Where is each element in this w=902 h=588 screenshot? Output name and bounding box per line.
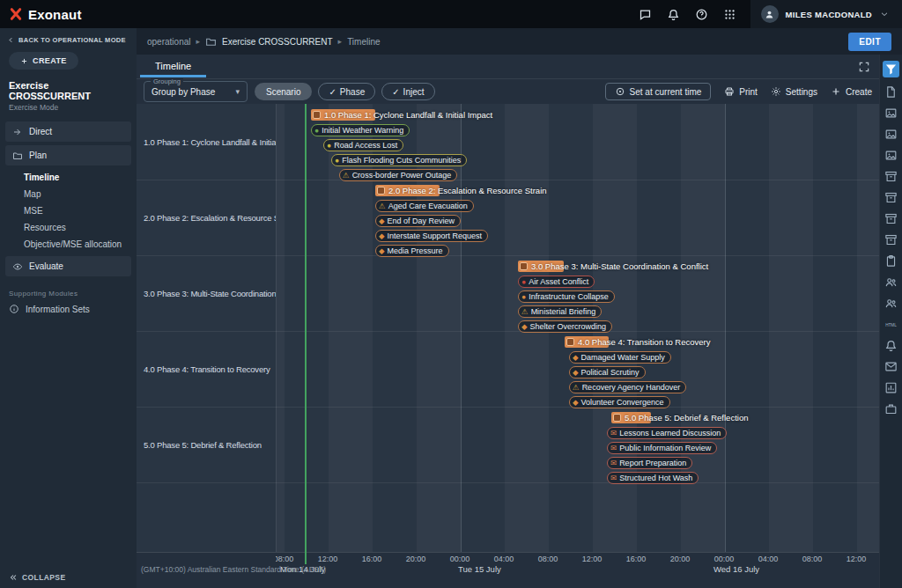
- image-icon[interactable]: [884, 149, 898, 162]
- mail-icon[interactable]: [884, 360, 898, 373]
- inject-label: Media Pressure: [388, 246, 443, 255]
- back-to-operational-mode-link[interactable]: BACK TO OPERATIONAL MODE: [0, 28, 137, 48]
- sidebar-item-evaluate[interactable]: Evaluate: [5, 256, 131, 276]
- apps-icon[interactable]: [723, 8, 736, 21]
- breadcrumb-root[interactable]: operational: [147, 37, 190, 47]
- breadcrumb-exercise[interactable]: Exercise CROSSCURRENT: [222, 37, 333, 47]
- inject-chip[interactable]: ●Air Asset Conflict: [518, 276, 595, 288]
- archive-icon[interactable]: [884, 170, 898, 183]
- grouping-select[interactable]: Grouping Group by Phase ▾: [144, 81, 248, 102]
- toolbar-actions: Set at current timePrintSettingsCreate: [605, 83, 872, 100]
- inject-label: Flash Flooding Cuts Communities: [342, 156, 461, 165]
- time-tick: 04:00: [758, 555, 779, 563]
- image-icon[interactable]: [884, 107, 898, 120]
- row-separator: [137, 180, 879, 180]
- inject-chip[interactable]: ◆Interstate Support Request: [375, 230, 488, 242]
- bell-icon[interactable]: [884, 339, 898, 352]
- phase-bar[interactable]: [611, 412, 651, 423]
- sidebar-item-label: Map: [24, 189, 41, 199]
- time-tick: 08:00: [802, 555, 823, 563]
- inject-label: Road Access Lost: [334, 141, 397, 150]
- settings-button[interactable]: Settings: [771, 86, 817, 97]
- chart-icon[interactable]: [884, 381, 898, 394]
- inject-chip[interactable]: ⚠Aged Care Evacuation: [375, 200, 474, 212]
- filter-icon[interactable]: [883, 61, 899, 77]
- action-label: Print: [739, 87, 758, 97]
- filter-chip-inject[interactable]: ✓Inject: [381, 83, 434, 100]
- collapse-button[interactable]: COLLAPSE: [9, 573, 65, 582]
- inject-chip[interactable]: ●Flash Flooding Cuts Communities: [331, 154, 467, 166]
- inject-chip[interactable]: ✉Structured Hot Wash: [607, 472, 699, 484]
- inject-chip[interactable]: ◆End of Day Review: [375, 215, 461, 227]
- phase-bar[interactable]: [518, 261, 564, 272]
- diamond-icon: ◆: [379, 247, 385, 255]
- check-icon: ✓: [392, 87, 399, 97]
- right-icon-rail: HTML: [879, 55, 902, 588]
- sidebar-item-plan[interactable]: Plan: [5, 145, 131, 165]
- archive-icon[interactable]: [884, 191, 898, 204]
- inject-chip[interactable]: ✉Report Preparation: [607, 457, 692, 469]
- archive-icon[interactable]: [884, 233, 898, 246]
- inject-label: Report Preparation: [619, 459, 686, 467]
- phase-bar[interactable]: [565, 336, 609, 348]
- inject-chip[interactable]: ◆Volunteer Convergence: [569, 396, 670, 408]
- inject-chip[interactable]: ◆Shelter Overcrowding: [518, 320, 612, 333]
- tab-timeline[interactable]: Timeline: [140, 55, 206, 77]
- folder-icon: [12, 151, 23, 161]
- group-icon[interactable]: [884, 297, 898, 310]
- inject-chip[interactable]: ⚠Recovery Agency Handover: [569, 381, 686, 393]
- inject-chip[interactable]: ◆Political Scrutiny: [569, 366, 646, 379]
- sidebar-item-resources[interactable]: Resources: [0, 219, 137, 236]
- html-icon[interactable]: HTML: [884, 318, 898, 331]
- collapse-label: COLLAPSE: [22, 573, 65, 582]
- create-button[interactable]: Create: [831, 86, 872, 97]
- current-time-line: [305, 104, 307, 564]
- inject-label: Air Asset Conflict: [529, 277, 588, 286]
- help-icon[interactable]: [695, 8, 708, 21]
- sidebar-item-direct[interactable]: Direct: [5, 121, 131, 142]
- edit-button[interactable]: EDIT: [848, 33, 891, 51]
- inject-chip[interactable]: ⚠Cross-border Power Outage: [339, 169, 457, 181]
- document-icon[interactable]: [884, 85, 898, 99]
- image-icon[interactable]: [884, 128, 898, 141]
- inject-label: Cross-border Power Outage: [352, 171, 452, 180]
- briefcase-icon[interactable]: [884, 402, 898, 415]
- mail-icon: ✉: [610, 474, 617, 482]
- inject-chip[interactable]: ●Road Access Lost: [323, 139, 403, 151]
- sidebar-item-timeline[interactable]: Timeline: [0, 169, 137, 186]
- group-icon[interactable]: [884, 276, 898, 289]
- sidebar-item-information-sets[interactable]: Information Sets: [0, 300, 137, 318]
- sidebar-item-objective-mse-allocation[interactable]: Objective/MSE allocation: [0, 236, 137, 253]
- time-tick: 00:00: [714, 555, 735, 563]
- inject-chip[interactable]: ◆Media Pressure: [375, 245, 449, 257]
- phase-bar[interactable]: [375, 185, 440, 196]
- inject-chip[interactable]: ⚠Ministerial Briefing: [518, 305, 602, 318]
- sidebar-section-label: Supporting Modules: [0, 280, 137, 300]
- sidebar-item-mse[interactable]: MSE: [0, 202, 137, 219]
- sidebar-item-map[interactable]: Map: [0, 186, 137, 202]
- filter-chip-scenario[interactable]: Scenario: [255, 83, 312, 100]
- chat-icon[interactable]: [639, 8, 652, 21]
- inject-chip[interactable]: ◆Damaged Water Supply: [569, 351, 671, 364]
- breadcrumb-caret-icon: ▸: [196, 37, 200, 46]
- time-axis: 08:0012:0016:0020:0000:0004:0008:0012:00…: [137, 552, 879, 580]
- create-button[interactable]: CREATE: [9, 52, 78, 70]
- folder-icon: [205, 36, 217, 48]
- tab-bar: Timeline: [137, 55, 879, 79]
- inject-chip[interactable]: ●Initial Weather Warning: [311, 124, 410, 136]
- filter-chip-phase[interactable]: ✓Phase: [318, 83, 375, 100]
- inject-chip[interactable]: ✉Public Information Review: [607, 442, 717, 454]
- user-menu[interactable]: MILES MACDONALD: [750, 0, 902, 28]
- time-tick: 12:00: [582, 555, 603, 563]
- print-button[interactable]: Print: [724, 86, 758, 97]
- inject-chip[interactable]: ●Infrastructure Collapse: [518, 290, 615, 303]
- archive-icon[interactable]: [884, 212, 898, 225]
- phase-bar[interactable]: [311, 109, 375, 121]
- inject-chip[interactable]: ✉Lessons Learned Discussion: [607, 427, 727, 439]
- fullscreen-icon[interactable]: [858, 61, 870, 73]
- set-at-current-time-button[interactable]: Set at current time: [605, 83, 712, 100]
- bell-icon[interactable]: [667, 8, 680, 21]
- sidebar-item-label: Information Sets: [26, 305, 90, 314]
- time-tick: 20:00: [406, 555, 426, 563]
- clipboard-icon[interactable]: [884, 254, 898, 268]
